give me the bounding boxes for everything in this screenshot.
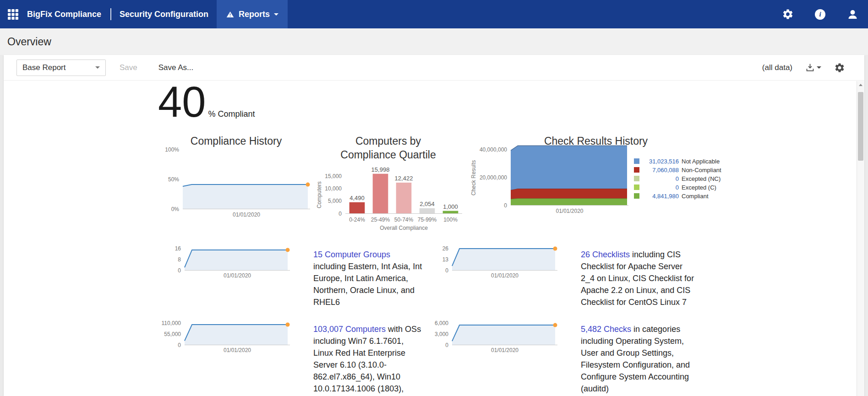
chevron-down-icon	[817, 66, 821, 69]
checklists-link[interactable]: 26 Checklists	[581, 250, 630, 259]
navbar-right: i	[782, 8, 868, 21]
x-tick-label: 01/01/2020	[185, 347, 290, 353]
x-tick-label: 01/01/2020	[185, 272, 290, 279]
computer-groups-history-plot[interactable]	[185, 249, 290, 271]
computers-history-chart: 110,00055,0000 01/01/2020	[155, 323, 290, 396]
y-axis: 6,0003,0000	[423, 323, 452, 345]
scroll-up-arrow[interactable]	[857, 81, 864, 89]
legend-swatch	[634, 184, 639, 190]
y-axis: 1680	[155, 249, 185, 271]
checks-history-plot[interactable]	[452, 323, 557, 345]
computer-groups-stat: 15 Computer Groups including Eastern, In…	[290, 249, 423, 308]
svg-text:12,422: 12,422	[395, 175, 413, 182]
computer-groups-link[interactable]: 15 Computer Groups	[313, 250, 390, 259]
stat-rest: including Eastern, Int Asia, Int Europe,…	[313, 262, 422, 307]
compliance-history-plot[interactable]	[183, 150, 310, 209]
legend-row: 0Excepted (C)	[634, 183, 723, 192]
legend-value-link[interactable]: 0	[642, 184, 679, 191]
nav-reports-menu[interactable]: Reports	[217, 0, 288, 28]
x-category-labels: 0-24%25-49%50-74%75-99%100%	[345, 217, 462, 223]
apps-grid-icon[interactable]	[0, 0, 20, 28]
y-tick-label: 10,000	[325, 185, 342, 192]
x-category-label: 50-74%	[392, 217, 415, 223]
chevron-down-icon	[274, 13, 278, 16]
report-select[interactable]: Base Report	[16, 60, 106, 76]
legend-swatch	[634, 176, 639, 181]
y-tick-label: 100%	[165, 146, 179, 153]
compliance-summary: 40 % Compliant	[4, 80, 864, 125]
y-axis-title: Computers	[314, 176, 324, 214]
y-tick-label: 0	[178, 342, 181, 349]
y-tick-label: 50%	[168, 176, 179, 183]
save-button[interactable]: Save	[120, 63, 137, 72]
compliance-percent-value: 40	[158, 80, 206, 125]
reports-icon	[226, 11, 235, 18]
legend-label: Excepted (NC)	[682, 175, 721, 182]
settings-gear-icon[interactable]	[782, 8, 794, 20]
chart-title: Compliance History	[162, 134, 310, 148]
y-axis: 40,000,00020,000,0000	[479, 150, 511, 206]
y-tick-label: 0%	[171, 206, 179, 213]
legend-swatch	[634, 167, 639, 173]
y-tick-label: 0	[178, 267, 181, 274]
checks-stat: 5,482 Checks in categories including Ope…	[557, 323, 696, 396]
page-title-bar: Overview	[0, 28, 868, 55]
legend-swatch	[634, 158, 639, 164]
y-tick-label: 6,000	[435, 320, 448, 327]
export-icon[interactable]	[805, 63, 821, 72]
scrollbar-thumb[interactable]	[858, 92, 863, 161]
y-tick-label: 40,000,000	[480, 146, 507, 153]
report-body: 40 % Compliant Compliance History 100%50…	[4, 80, 864, 396]
legend-row: 31,023,516Not Applicable	[634, 157, 723, 166]
y-axis: 15,00010,0005,0000	[324, 176, 345, 214]
y-tick-label: 0	[338, 210, 342, 217]
legend-label: Compliant	[682, 193, 709, 200]
summary-grid: 1680 01/01/2020 15 Computer Groups inclu…	[4, 249, 864, 396]
x-axis-title: Overall Compliance	[345, 225, 462, 231]
chart-title: Computers by Compliance Quartile	[327, 134, 450, 162]
page-title: Overview	[7, 36, 51, 48]
y-tick-label: 20,000,000	[480, 174, 507, 181]
check-results-legend: 31,023,516Not Applicable7,060,088Non-Com…	[634, 157, 723, 201]
check-results-history-chart: Check Results History Check Results 40,0…	[469, 134, 723, 214]
quartile-bar-plot[interactable]: 4,49015,99812,4222,0541,000	[345, 176, 462, 214]
toolbar-right: (all data)	[762, 62, 864, 73]
info-icon[interactable]: i	[815, 9, 825, 20]
legend-value-link[interactable]: 7,060,088	[642, 167, 679, 174]
report-select-value: Base Report	[22, 63, 66, 72]
check-results-plot[interactable]	[511, 150, 628, 206]
vertical-scrollbar[interactable]	[857, 81, 864, 396]
x-tick-label: 01/01/2020	[452, 272, 557, 279]
computers-link[interactable]: 103,007 Computers	[313, 325, 386, 334]
save-as-button[interactable]: Save As...	[158, 63, 194, 72]
y-tick-label: 110,000	[162, 320, 181, 327]
nav-section-title[interactable]: Security Configuration	[120, 10, 208, 19]
checklists-history-plot[interactable]	[452, 249, 557, 271]
legend-row: 7,060,088Non-Compliant	[634, 166, 723, 174]
chevron-down-icon	[95, 66, 100, 69]
charts-row: Compliance History 100%50%0% 01/01/2020 …	[4, 134, 864, 231]
y-tick-label: 5,000	[328, 197, 342, 205]
y-tick-label: 26	[442, 245, 448, 252]
x-category-label: 0-24%	[345, 217, 369, 223]
report-panel: Base Report Save Save As... (all data) 4…	[4, 55, 864, 396]
legend-value-link[interactable]: 0	[642, 175, 679, 182]
legend-value-link[interactable]: 31,023,516	[642, 158, 679, 165]
legend-label: Excepted (C)	[682, 184, 716, 191]
reports-label: Reports	[239, 10, 270, 19]
svg-text:15,998: 15,998	[371, 166, 390, 173]
navbar-left: BigFix Compliance Security Configuration…	[0, 0, 288, 28]
y-axis: 110,00055,0000	[155, 323, 185, 345]
y-tick-label: 55,000	[164, 331, 181, 338]
computers-history-plot[interactable]	[185, 323, 290, 345]
legend-swatch	[634, 193, 639, 199]
x-tick-label: 01/01/2020	[511, 208, 628, 214]
x-tick-label: 01/01/2020	[183, 212, 310, 218]
checklists-stat: 26 Checklists including CIS Checklist fo…	[557, 249, 696, 308]
legend-value-link[interactable]: 4,841,980	[642, 193, 679, 200]
brand-title: BigFix Compliance	[27, 10, 101, 19]
checks-link[interactable]: 5,482 Checks	[581, 325, 631, 334]
report-settings-gear-icon[interactable]	[834, 62, 845, 73]
y-tick-label: 0	[445, 267, 448, 274]
user-profile-icon[interactable]	[846, 8, 859, 21]
